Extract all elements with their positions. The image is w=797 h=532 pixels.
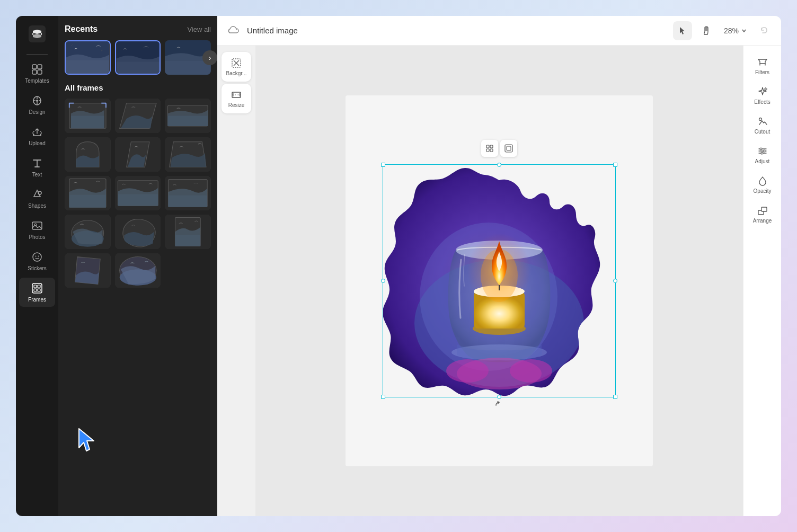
sidebar-item-shapes[interactable]: Shapes	[19, 184, 55, 213]
svg-rect-64	[486, 149, 489, 152]
frame-slanted[interactable]	[165, 137, 211, 172]
resize-label: Resize	[228, 102, 245, 108]
adjust-tool[interactable]: Adjust	[746, 141, 780, 169]
cloud-save-icon[interactable]	[226, 23, 241, 38]
pointer-tool-button[interactable]	[673, 21, 692, 40]
sidebar-divider	[26, 54, 48, 55]
svg-point-7	[36, 100, 38, 102]
sidebar-item-label-design: Design	[29, 109, 45, 115]
zoom-value: 28%	[724, 26, 739, 35]
sidebar-item-frames[interactable]: Frames	[19, 278, 55, 307]
filters-tool[interactable]: Filters	[746, 52, 780, 79]
frame-blob-1[interactable]	[65, 215, 111, 249]
filters-icon	[757, 56, 768, 68]
svg-rect-18	[38, 289, 40, 291]
svg-point-82	[759, 118, 761, 121]
hand-tool-button[interactable]	[696, 21, 715, 40]
frames-icon	[31, 282, 43, 295]
sidebar-item-upload[interactable]: Upload	[19, 121, 55, 150]
top-bar: Untitled image 28%	[217, 16, 781, 46]
sidebar-item-templates[interactable]: Templates	[19, 59, 55, 88]
frame-parallelogram[interactable]	[115, 99, 161, 133]
frame-landscape-1[interactable]	[65, 176, 111, 210]
cutout-label: Cutout	[755, 129, 770, 135]
svg-rect-63	[490, 145, 493, 148]
logo-area	[28, 24, 47, 43]
sidebar-item-text[interactable]: Text	[19, 153, 55, 182]
sidebar-item-label-stickers: Stickers	[28, 265, 47, 271]
frame-tilt-1[interactable]	[65, 253, 111, 288]
effects-icon	[757, 86, 768, 97]
frame-landscape-2[interactable]	[115, 176, 161, 210]
frame-oval[interactable]	[115, 253, 161, 288]
sidebar-item-photos[interactable]: Photos	[19, 215, 55, 244]
effects-tool[interactable]: Effects	[746, 82, 780, 109]
candle-image	[383, 164, 616, 397]
sidebar-item-label-text: Text	[32, 172, 42, 178]
background-tool-button[interactable]: Backgr...	[222, 52, 251, 82]
svg-rect-6	[38, 70, 42, 74]
sidebar-item-label-photos: Photos	[29, 234, 45, 240]
frame-tall-para[interactable]	[115, 137, 161, 172]
selection-toolbar	[481, 140, 517, 157]
opacity-icon	[757, 175, 768, 187]
svg-rect-14	[32, 283, 42, 293]
frame-arch[interactable]	[65, 137, 111, 172]
svg-point-80	[510, 359, 552, 383]
background-icon	[231, 57, 242, 69]
main-area: Untitled image 28%	[217, 16, 781, 516]
svg-rect-5	[32, 70, 37, 74]
text-icon	[31, 157, 43, 170]
adjust-label: Adjust	[755, 158, 770, 164]
cutout-tool[interactable]: Cutout	[746, 111, 780, 139]
resize-tool-button[interactable]: Resize	[222, 84, 251, 113]
logo-icon[interactable]	[28, 24, 47, 43]
top-bar-actions: 28%	[673, 21, 773, 40]
frame-wide[interactable]	[165, 99, 211, 133]
frame-portrait[interactable]	[165, 215, 211, 249]
svg-rect-17	[34, 289, 37, 291]
svg-rect-62	[486, 145, 489, 148]
svg-point-79	[446, 359, 489, 383]
sidebar-item-stickers[interactable]: Stickers	[19, 246, 55, 276]
svg-point-11	[33, 253, 41, 261]
opacity-tool[interactable]: Opacity	[746, 171, 780, 198]
arrange-tool[interactable]: Arrange	[746, 200, 780, 228]
upload-icon	[31, 126, 43, 138]
canvas-area[interactable]	[255, 46, 743, 516]
background-label: Backgr...	[226, 70, 247, 76]
svg-point-13	[38, 256, 39, 257]
svg-rect-66	[505, 145, 512, 152]
recent-frame-1[interactable]	[65, 40, 111, 75]
svg-rect-9	[32, 222, 42, 229]
selection-tool-2[interactable]	[500, 140, 517, 157]
svg-rect-3	[32, 65, 37, 69]
canvas-background	[346, 95, 653, 466]
recents-header: Recents View all	[65, 24, 211, 34]
sidebar-item-label-frames: Frames	[28, 297, 46, 303]
canvas-wrapper: Backgr... Resize	[217, 46, 781, 516]
recent-frame-2[interactable]	[115, 40, 161, 75]
zoom-control[interactable]: 28%	[720, 24, 751, 37]
frames-panel: Recents View all	[58, 16, 217, 516]
right-sidebar: Filters Effects	[743, 46, 781, 516]
recents-next-button[interactable]: ›	[202, 50, 217, 65]
recents-grid: ›	[65, 40, 211, 75]
frame-rectangle[interactable]	[65, 99, 111, 133]
undo-button[interactable]	[756, 22, 773, 39]
app-container: Templates Design	[0, 0, 797, 532]
frame-blob-2[interactable]	[115, 215, 161, 249]
adjust-icon	[757, 145, 768, 157]
stickers-icon	[31, 251, 43, 263]
selection-tool-1[interactable]	[481, 140, 498, 157]
effects-label: Effects	[754, 99, 770, 105]
svg-rect-65	[490, 149, 493, 152]
svg-rect-16	[38, 285, 40, 288]
svg-point-12	[36, 256, 37, 257]
sidebar-item-design[interactable]: Design	[19, 90, 55, 119]
frame-landscape-3[interactable]	[165, 176, 211, 210]
design-icon	[31, 94, 43, 107]
view-all-button[interactable]: View all	[187, 25, 211, 33]
rotate-handle[interactable]	[495, 401, 503, 410]
svg-point-87	[763, 150, 765, 152]
